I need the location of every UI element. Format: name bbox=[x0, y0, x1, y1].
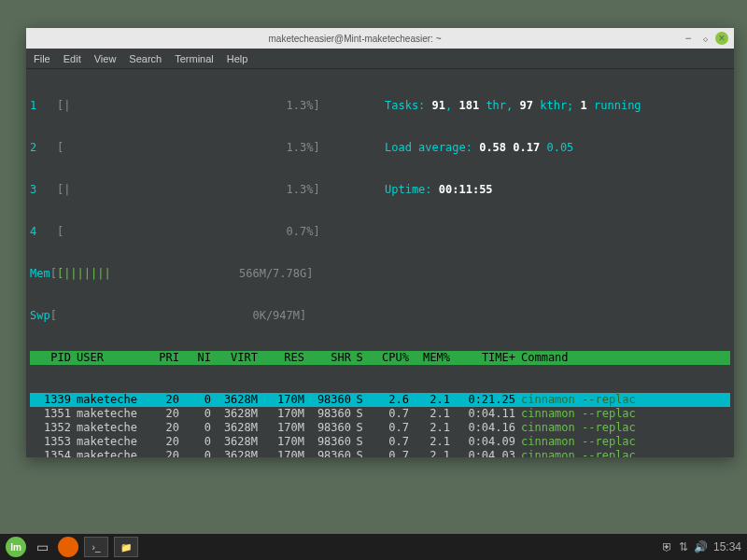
tray-network-icon[interactable]: ⇅ bbox=[679, 540, 688, 553]
table-row[interactable]: 1353maketeche2003628M170M98360S0.72.10:0… bbox=[30, 435, 730, 449]
maximize-button[interactable]: ⬦ bbox=[698, 32, 712, 45]
tray-shield-icon[interactable]: ⛨ bbox=[662, 540, 673, 553]
process-list: 1339maketeche2003628M170M98360S2.62.10:2… bbox=[30, 393, 730, 457]
menu-edit[interactable]: Edit bbox=[63, 53, 81, 64]
menu-terminal[interactable]: Terminal bbox=[175, 53, 214, 64]
col-pid[interactable]: PID bbox=[30, 351, 71, 365]
menu-view[interactable]: View bbox=[94, 53, 117, 64]
cpu-row-3: 3 [| 1.3%]Uptime: 00:11:55 bbox=[30, 183, 730, 197]
menu-file[interactable]: File bbox=[34, 53, 50, 64]
table-row[interactable]: 1352maketeche2003628M170M98360S0.72.10:0… bbox=[30, 421, 730, 435]
col-ni[interactable]: NI bbox=[179, 351, 211, 365]
cpu-row-4: 4 [ 0.7%] bbox=[30, 225, 730, 239]
mem-row: Mem[[||||||| 566M/7.78G] bbox=[30, 267, 730, 281]
terminal-window: maketecheasier@Mint-maketecheasier: ~ − … bbox=[26, 28, 734, 457]
col-time[interactable]: TIME+ bbox=[450, 351, 515, 365]
col-s[interactable]: S bbox=[351, 351, 368, 365]
cpu-row-2: 2 [ 1.3%]Load average: 0.58 0.17 0.05 bbox=[30, 141, 730, 155]
close-button[interactable]: × bbox=[715, 32, 728, 45]
col-cpu[interactable]: CPU% bbox=[368, 351, 409, 365]
col-mem[interactable]: MEM% bbox=[409, 351, 450, 365]
window-title: maketecheasier@Mint-maketecheasier: ~ bbox=[32, 34, 678, 44]
col-cmd[interactable]: Command bbox=[515, 351, 730, 365]
files-taskbar-icon[interactable]: 📁 bbox=[114, 537, 138, 557]
menu-help[interactable]: Help bbox=[227, 53, 248, 64]
col-virt[interactable]: VIRT bbox=[211, 351, 258, 365]
start-menu-icon[interactable]: lm bbox=[6, 537, 26, 557]
minimize-button[interactable]: − bbox=[682, 32, 695, 45]
table-row[interactable]: 1351maketeche2003628M170M98360S0.72.10:0… bbox=[30, 407, 730, 421]
show-desktop-icon[interactable]: ▭ bbox=[32, 537, 52, 557]
col-res[interactable]: RES bbox=[258, 351, 304, 365]
table-header: PID USER PRI NI VIRT RES SHR S CPU% MEM%… bbox=[30, 351, 730, 365]
taskbar[interactable]: lm ▭ ›_ 📁 ⛨ ⇅ 🔊 15:34 bbox=[0, 534, 747, 560]
terminal-taskbar-icon[interactable]: ›_ bbox=[84, 537, 108, 557]
menu-search[interactable]: Search bbox=[129, 53, 162, 64]
swp-row: Swp[ 0K/947M] bbox=[30, 309, 730, 323]
terminal-content[interactable]: 1 [| 1.3%]Tasks: 91, 181 thr, 97 kthr; 1… bbox=[26, 69, 734, 457]
cpu-row-1: 1 [| 1.3%]Tasks: 91, 181 thr, 97 kthr; 1… bbox=[30, 99, 730, 113]
table-row[interactable]: 1339maketeche2003628M170M98360S2.62.10:2… bbox=[30, 393, 730, 407]
menubar: File Edit View Search Terminal Help bbox=[26, 49, 734, 69]
titlebar[interactable]: maketecheasier@Mint-maketecheasier: ~ − … bbox=[26, 28, 734, 49]
col-shr[interactable]: SHR bbox=[304, 351, 351, 365]
col-user[interactable]: USER bbox=[71, 351, 146, 365]
firefox-icon[interactable] bbox=[58, 537, 78, 557]
tray-clock[interactable]: 15:34 bbox=[713, 540, 741, 553]
tray-volume-icon[interactable]: 🔊 bbox=[694, 540, 708, 553]
col-pri[interactable]: PRI bbox=[146, 351, 179, 365]
table-row[interactable]: 1354maketeche2003628M170M98360S0.72.10:0… bbox=[30, 449, 730, 457]
